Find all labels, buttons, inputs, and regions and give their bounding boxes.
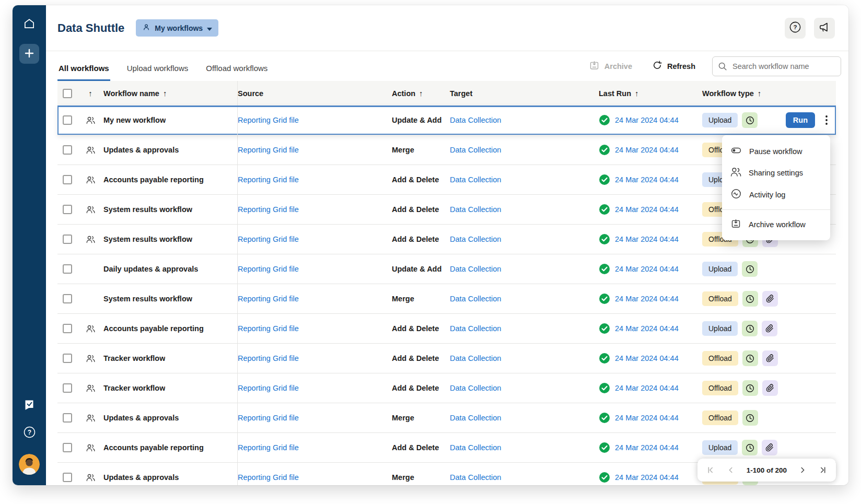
row-checkbox[interactable] bbox=[63, 413, 72, 423]
source-link[interactable]: Reporting Grid file bbox=[238, 146, 299, 154]
last-page-button[interactable] bbox=[814, 462, 831, 478]
attachment-paperclip-icon[interactable] bbox=[762, 440, 777, 455]
create-new-button[interactable] bbox=[19, 44, 39, 64]
home-icon[interactable] bbox=[22, 17, 36, 30]
row-checkbox[interactable] bbox=[63, 443, 72, 452]
attachment-paperclip-icon[interactable] bbox=[762, 380, 778, 396]
row-checkbox[interactable] bbox=[63, 205, 72, 214]
table-row[interactable]: My new workflowReporting Grid fileUpdate… bbox=[57, 106, 836, 135]
header-workflow-name[interactable]: ↑ Workflow name↑ bbox=[78, 81, 238, 106]
table-row[interactable]: Daily updates & approvalsReporting Grid … bbox=[57, 254, 836, 284]
table-row[interactable]: Tracker workflowReporting Grid fileAdd &… bbox=[57, 373, 836, 403]
target-link[interactable]: Data Collection bbox=[450, 235, 501, 243]
run-button[interactable]: Run bbox=[786, 112, 815, 128]
tab-offload-workflows[interactable]: Offload workflows bbox=[205, 51, 269, 81]
search-input[interactable] bbox=[712, 56, 841, 76]
header-target[interactable]: Target bbox=[450, 81, 599, 106]
table-row[interactable]: Accounts payable reportingReporting Grid… bbox=[57, 314, 836, 344]
row-checkbox[interactable] bbox=[63, 473, 72, 482]
row-checkbox[interactable] bbox=[63, 354, 72, 363]
source-link[interactable]: Reporting Grid file bbox=[238, 235, 299, 243]
row-checkbox[interactable] bbox=[63, 235, 72, 244]
menu-item-pause-workflow[interactable]: Pause workflow bbox=[722, 140, 830, 162]
workflow-scope-selector[interactable]: My workflows bbox=[136, 19, 218, 37]
attachment-paperclip-icon[interactable] bbox=[762, 350, 778, 366]
row-checkbox[interactable] bbox=[63, 383, 72, 393]
schedule-clock-icon[interactable] bbox=[742, 410, 758, 426]
next-page-button[interactable] bbox=[794, 462, 811, 478]
schedule-clock-icon[interactable] bbox=[742, 291, 758, 307]
source-link[interactable]: Reporting Grid file bbox=[238, 265, 299, 273]
select-all-checkbox[interactable] bbox=[63, 89, 72, 98]
source-link[interactable]: Reporting Grid file bbox=[238, 354, 299, 362]
last-run-link[interactable]: 24 Mar 2024 04:44 bbox=[615, 443, 679, 452]
target-link[interactable]: Data Collection bbox=[450, 205, 501, 214]
target-link[interactable]: Data Collection bbox=[450, 175, 501, 184]
source-link[interactable]: Reporting Grid file bbox=[238, 116, 299, 124]
header-source[interactable]: Source bbox=[238, 81, 392, 106]
row-checkbox[interactable] bbox=[63, 324, 72, 333]
last-run-link[interactable]: 24 Mar 2024 04:44 bbox=[615, 354, 679, 362]
target-link[interactable]: Data Collection bbox=[450, 146, 501, 154]
target-link[interactable]: Data Collection bbox=[450, 116, 501, 124]
smartsheet-logo-icon[interactable] bbox=[24, 399, 35, 413]
announcements-button[interactable] bbox=[814, 18, 835, 39]
row-checkbox[interactable] bbox=[63, 115, 72, 125]
source-link[interactable]: Reporting Grid file bbox=[238, 175, 299, 184]
last-run-link[interactable]: 24 Mar 2024 04:44 bbox=[615, 473, 679, 482]
attachment-paperclip-icon[interactable] bbox=[762, 321, 777, 336]
source-link[interactable]: Reporting Grid file bbox=[238, 443, 299, 452]
last-run-link[interactable]: 24 Mar 2024 04:44 bbox=[615, 265, 679, 273]
attachment-paperclip-icon[interactable] bbox=[762, 291, 778, 307]
last-run-link[interactable]: 24 Mar 2024 04:44 bbox=[615, 384, 679, 392]
schedule-clock-icon[interactable] bbox=[742, 321, 758, 336]
help-button[interactable]: ? bbox=[785, 18, 806, 39]
last-run-link[interactable]: 24 Mar 2024 04:44 bbox=[615, 175, 679, 184]
sort-direction-icon[interactable]: ↑ bbox=[88, 89, 92, 98]
source-link[interactable]: Reporting Grid file bbox=[238, 205, 299, 214]
prev-page-button[interactable] bbox=[723, 462, 739, 478]
row-checkbox[interactable] bbox=[63, 175, 72, 184]
schedule-clock-icon[interactable] bbox=[742, 380, 758, 396]
last-run-link[interactable]: 24 Mar 2024 04:44 bbox=[615, 235, 679, 243]
target-link[interactable]: Data Collection bbox=[450, 324, 501, 333]
schedule-clock-icon[interactable] bbox=[742, 440, 758, 455]
first-page-button[interactable] bbox=[703, 462, 719, 478]
last-run-link[interactable]: 24 Mar 2024 04:44 bbox=[615, 324, 679, 333]
table-row[interactable]: System results workflowReporting Grid fi… bbox=[57, 195, 836, 225]
source-link[interactable]: Reporting Grid file bbox=[238, 324, 299, 333]
tab-all-workflows[interactable]: All workflows bbox=[57, 51, 110, 81]
target-link[interactable]: Data Collection bbox=[450, 443, 501, 452]
table-row[interactable]: System results workflowReporting Grid fi… bbox=[57, 225, 836, 254]
last-run-link[interactable]: 24 Mar 2024 04:44 bbox=[615, 205, 679, 214]
source-link[interactable]: Reporting Grid file bbox=[238, 384, 299, 392]
schedule-clock-icon[interactable] bbox=[742, 261, 758, 277]
table-row[interactable]: Tracker workflowReporting Grid fileAdd &… bbox=[57, 344, 836, 373]
help-circle-icon[interactable]: ? bbox=[22, 425, 37, 441]
menu-item-sharing-settings[interactable]: Sharing settings bbox=[722, 162, 830, 183]
refresh-button[interactable]: Refresh bbox=[649, 60, 699, 73]
target-link[interactable]: Data Collection bbox=[450, 414, 501, 422]
row-checkbox[interactable] bbox=[63, 145, 72, 155]
last-run-link[interactable]: 24 Mar 2024 04:44 bbox=[615, 116, 679, 124]
header-workflow-type[interactable]: Workflow type↑ bbox=[691, 81, 836, 106]
last-run-link[interactable]: 24 Mar 2024 04:44 bbox=[615, 414, 679, 422]
target-link[interactable]: Data Collection bbox=[450, 354, 501, 362]
source-link[interactable]: Reporting Grid file bbox=[238, 295, 299, 303]
tab-upload-workflows[interactable]: Upload workflows bbox=[126, 51, 190, 81]
source-link[interactable]: Reporting Grid file bbox=[238, 414, 299, 422]
menu-item-archive-workflow[interactable]: Archive workflow bbox=[722, 214, 830, 236]
table-row[interactable]: System results workflowReporting Grid fi… bbox=[57, 284, 836, 314]
schedule-clock-icon[interactable] bbox=[742, 350, 758, 366]
last-run-link[interactable]: 24 Mar 2024 04:44 bbox=[615, 146, 679, 154]
table-row[interactable]: Updates & approvalsReporting Grid fileMe… bbox=[57, 135, 836, 165]
target-link[interactable]: Data Collection bbox=[450, 473, 501, 482]
row-checkbox[interactable] bbox=[63, 264, 72, 274]
menu-item-activity-log[interactable]: Activity log bbox=[722, 183, 830, 206]
table-row[interactable]: Updates & approvalsReporting Grid fileMe… bbox=[57, 403, 836, 433]
row-checkbox[interactable] bbox=[63, 294, 72, 303]
header-last-run[interactable]: Last Run↑ bbox=[599, 81, 691, 106]
last-run-link[interactable]: 24 Mar 2024 04:44 bbox=[615, 295, 679, 303]
target-link[interactable]: Data Collection bbox=[450, 384, 501, 392]
table-row[interactable]: Accounts payable reportingReporting Grid… bbox=[57, 165, 836, 195]
